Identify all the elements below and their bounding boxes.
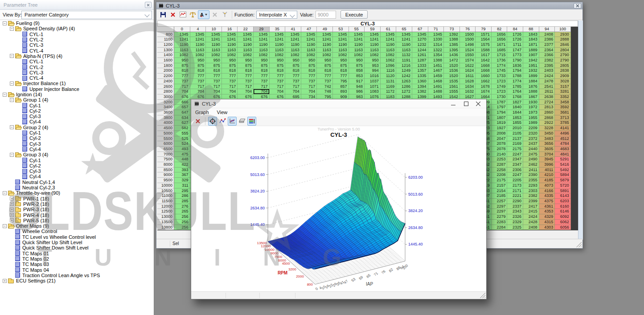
table-cell[interactable]: 1671 bbox=[492, 42, 508, 48]
table-cell[interactable]: 6146 bbox=[555, 209, 571, 214]
column-header[interactable]: 16 bbox=[222, 27, 238, 32]
table-cell[interactable]: 1678 bbox=[476, 84, 492, 90]
menu-graph[interactable]: Graph bbox=[195, 110, 209, 115]
table-cell[interactable]: 1867 bbox=[523, 94, 539, 100]
table-cell[interactable]: 524 bbox=[174, 141, 190, 147]
table-cell[interactable]: 1871 bbox=[523, 42, 539, 48]
table-cell[interactable]: 1345 bbox=[174, 32, 190, 37]
table-cell[interactable]: 704 bbox=[270, 89, 286, 94]
table-cell[interactable]: 1314 bbox=[428, 42, 444, 48]
table-cell[interactable]: 717 bbox=[270, 84, 286, 90]
table-cell[interactable]: 1263 bbox=[396, 79, 412, 84]
table-cell[interactable]: 2424 bbox=[539, 74, 555, 79]
table-cell[interactable]: 1790 bbox=[507, 58, 523, 63]
table-cell[interactable]: 2287 bbox=[492, 162, 508, 168]
table-cell[interactable]: 1774 bbox=[507, 79, 523, 84]
table-cell[interactable]: 1840 bbox=[507, 105, 523, 110]
row-header[interactable]: 4500 bbox=[157, 126, 174, 131]
tree-node[interactable]: TC Maps 01 bbox=[0, 250, 154, 256]
table-cell[interactable]: 2347 bbox=[507, 162, 523, 168]
tree-node[interactable]: Cyl-4 bbox=[0, 174, 154, 179]
table-cell[interactable]: 1561 bbox=[444, 84, 460, 90]
table-cell[interactable]: 1190 bbox=[396, 42, 412, 48]
table-cell[interactable]: 286 bbox=[174, 193, 190, 199]
tree-node[interactable]: −Alpha-N (TPS) (4) bbox=[0, 53, 154, 59]
table-cell[interactable]: 1190 bbox=[365, 42, 381, 48]
table-cell[interactable]: 2462 bbox=[523, 162, 539, 168]
table-cell[interactable]: 582 bbox=[174, 126, 190, 131]
table-cell[interactable]: 953 bbox=[365, 63, 381, 69]
row-header[interactable]: 8000 bbox=[157, 162, 174, 168]
compare-icon[interactable] bbox=[188, 10, 197, 19]
table-cell[interactable]: 2329 bbox=[507, 220, 523, 225]
table-cell[interactable]: 2154 bbox=[492, 188, 508, 194]
row-header[interactable]: 4000 bbox=[157, 120, 174, 126]
table-cell[interactable]: 1163 bbox=[317, 48, 333, 53]
table-cell[interactable]: 3228 bbox=[539, 126, 555, 131]
table-cell[interactable]: 1972 bbox=[523, 105, 539, 110]
column-header[interactable]: 53 bbox=[333, 27, 349, 32]
table-cell[interactable]: 1855 bbox=[507, 120, 523, 126]
table-cell[interactable]: 2399 bbox=[523, 199, 539, 204]
table-cell[interactable]: 2320 bbox=[523, 131, 539, 136]
table-cell[interactable]: 2922 bbox=[539, 120, 555, 126]
table-cell[interactable]: 4303 bbox=[539, 225, 555, 230]
table-cell[interactable]: 1345 bbox=[412, 32, 428, 37]
table-cell[interactable]: 2372 bbox=[523, 136, 539, 142]
table-cell[interactable]: 6160 bbox=[555, 204, 571, 209]
column-header[interactable]: 67 bbox=[412, 27, 428, 32]
row-header[interactable]: 7500 bbox=[157, 157, 174, 162]
table-cell[interactable]: 1190 bbox=[333, 42, 349, 48]
table-cell[interactable]: 4683 bbox=[555, 147, 571, 152]
table-cell[interactable]: 256 bbox=[174, 225, 190, 230]
table-cell[interactable]: 950 bbox=[222, 58, 238, 63]
table-cell[interactable]: 3458 bbox=[555, 100, 571, 105]
row-header[interactable]: 11000 bbox=[157, 193, 174, 199]
table-cell[interactable]: 1082 bbox=[238, 53, 254, 58]
table-cell[interactable]: 1082 bbox=[333, 53, 349, 58]
table-cell[interactable]: 1711 bbox=[507, 42, 523, 48]
tree-node[interactable]: CYL-2 bbox=[0, 64, 154, 70]
tree-node[interactable]: +PWR-1 (18) bbox=[0, 196, 154, 201]
table-cell[interactable]: 6143 bbox=[555, 193, 571, 199]
table-cell[interactable]: 2347 bbox=[507, 157, 523, 162]
column-header[interactable]: 41 bbox=[285, 27, 301, 32]
collapse-icon[interactable]: − bbox=[10, 82, 14, 86]
table-cell[interactable]: 285 bbox=[174, 199, 190, 204]
table-cell[interactable]: 2804 bbox=[555, 48, 571, 53]
column-header[interactable]: 61 bbox=[381, 27, 397, 32]
table-cell[interactable]: 2403 bbox=[539, 68, 555, 74]
table-cell[interactable]: 2417 bbox=[523, 204, 539, 209]
tree-node[interactable]: Neutral Cyl-2,3 bbox=[0, 185, 154, 190]
table-cell[interactable]: 1190 bbox=[349, 42, 365, 48]
table-cell[interactable]: 1524 bbox=[460, 48, 476, 53]
table-cell[interactable]: 3681 bbox=[555, 110, 571, 115]
row-header[interactable]: 5500 bbox=[157, 136, 174, 142]
tree-node[interactable]: Cyl-3 bbox=[0, 168, 154, 174]
table-cell[interactable]: 475 bbox=[174, 152, 190, 157]
tree-node[interactable]: −Speed Density (IAP) (4) bbox=[0, 26, 154, 31]
table-cell[interactable]: 276 bbox=[174, 204, 190, 209]
table-cell[interactable]: 3656 bbox=[539, 141, 555, 147]
row-header[interactable]: 1100 bbox=[157, 37, 174, 42]
table-cell[interactable]: 818 bbox=[254, 68, 270, 74]
tree-node[interactable]: CYL-3 bbox=[0, 42, 154, 48]
table-cell[interactable]: 1617 bbox=[476, 53, 492, 58]
table-cell[interactable]: 704 bbox=[222, 89, 238, 94]
column-header[interactable]: 35 bbox=[270, 27, 286, 32]
table-cell[interactable]: 1973 bbox=[523, 110, 539, 115]
table-cell[interactable]: 2408 bbox=[539, 32, 555, 37]
table-cell[interactable]: 950 bbox=[174, 58, 190, 63]
table-cell[interactable]: 777 bbox=[190, 74, 206, 79]
table-cell[interactable]: 1082 bbox=[206, 53, 222, 58]
table-cell[interactable]: 1888 bbox=[523, 89, 539, 94]
row-header[interactable]: 3200 bbox=[157, 100, 174, 105]
table-cell[interactable]: 1853 bbox=[507, 115, 523, 121]
table-cell[interactable]: 1642 bbox=[476, 58, 492, 63]
column-header[interactable]: 59 bbox=[365, 27, 381, 32]
table-cell[interactable]: 5891 bbox=[555, 188, 571, 194]
table-cell[interactable]: 950 bbox=[333, 58, 349, 63]
table-cell[interactable]: 1467 bbox=[428, 68, 444, 74]
tree-node[interactable]: Wheelie Control bbox=[0, 229, 154, 234]
table-cell[interactable]: 777 bbox=[285, 74, 301, 79]
